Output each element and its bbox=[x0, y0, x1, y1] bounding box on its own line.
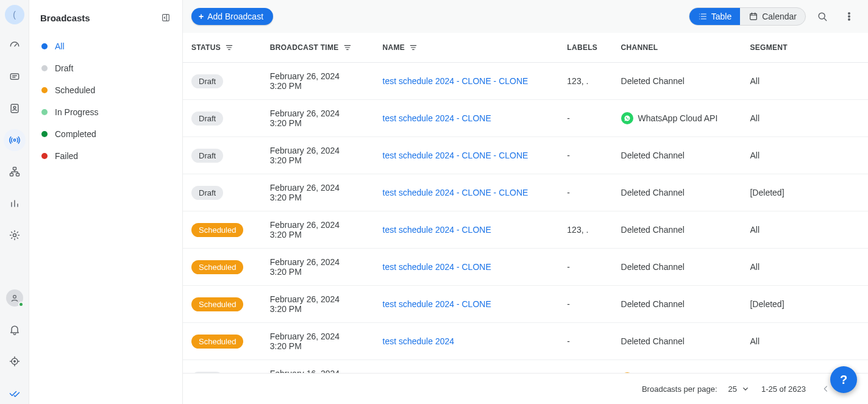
filter-label: In Progress bbox=[55, 107, 99, 117]
segment-cell: All bbox=[741, 211, 868, 249]
more-menu-button[interactable] bbox=[839, 6, 859, 27]
broadcast-hour: 3:20 PM bbox=[270, 267, 366, 277]
segment-cell: [Deleted] bbox=[741, 286, 868, 323]
sidebar-collapse-button[interactable] bbox=[158, 10, 174, 26]
labels-cell: - bbox=[558, 360, 612, 374]
broadcast-name-link[interactable]: test schedule 2024 - CLONE bbox=[383, 299, 491, 309]
broadcast-name-link[interactable]: test schedule 2024 - CLONE bbox=[383, 113, 491, 123]
status-dot bbox=[41, 43, 48, 49]
rail-contacts[interactable] bbox=[4, 97, 26, 119]
col-status-label: STATUS bbox=[191, 43, 221, 52]
rail-settings[interactable] bbox=[4, 224, 26, 246]
filter-item-scheduled[interactable]: Scheduled bbox=[29, 79, 182, 101]
labels-cell: 123, . bbox=[558, 63, 612, 100]
sort-icon bbox=[343, 43, 352, 52]
segment-cell: All bbox=[741, 249, 868, 286]
broadcast-hour: 3:20 PM bbox=[270, 230, 366, 239]
segment-cell: All bbox=[741, 137, 868, 174]
broadcast-date: February 26, 2024 bbox=[270, 294, 366, 304]
filter-item-in-progress[interactable]: In Progress bbox=[29, 101, 182, 123]
broadcast-hour: 3:20 PM bbox=[270, 193, 366, 202]
filter-item-completed[interactable]: Completed bbox=[29, 123, 182, 145]
svg-point-16 bbox=[848, 19, 850, 21]
broadcast-hour: 3:20 PM bbox=[270, 304, 366, 314]
broadcast-name-link[interactable]: test schedule 2024 bbox=[383, 336, 455, 346]
per-page-select[interactable]: 25 bbox=[728, 384, 750, 394]
main-panel: + Add Broadcast Table Calendar bbox=[183, 0, 868, 404]
table-row[interactable]: DraftFebruary 26, 20243:20 PMtest schedu… bbox=[183, 100, 868, 137]
table-row[interactable]: DraftFebruary 16, 20243:20 PMtest schedu… bbox=[183, 360, 868, 374]
col-segment-label: SEGMENT bbox=[750, 43, 787, 52]
col-name[interactable]: NAME bbox=[374, 33, 559, 63]
col-labels-label: LABELS bbox=[567, 43, 597, 52]
table-row[interactable]: DraftFebruary 26, 20243:20 PMtest schedu… bbox=[183, 137, 868, 174]
broadcast-name-link[interactable]: test schedule 2024 - CLONE bbox=[383, 225, 491, 235]
rail-messages[interactable] bbox=[4, 66, 26, 88]
table-scroll[interactable]: STATUS BROADCAST TIME NAME LABELS CHANNE… bbox=[183, 33, 868, 373]
svg-point-2 bbox=[13, 107, 16, 109]
col-channel[interactable]: CHANNEL bbox=[613, 33, 742, 63]
view-toggle: Table Calendar bbox=[689, 7, 806, 26]
table-row[interactable]: ScheduledFebruary 26, 20243:20 PMtest sc… bbox=[183, 323, 868, 360]
broadcast-date: February 26, 2024 bbox=[270, 183, 366, 193]
status-badge: Scheduled bbox=[191, 260, 243, 274]
filter-icon bbox=[408, 43, 418, 52]
table-row[interactable]: DraftFebruary 26, 20243:20 PMtest schedu… bbox=[183, 63, 868, 100]
nav-rail: ( bbox=[0, 0, 29, 404]
per-page-label: Broadcasts per page: bbox=[642, 385, 717, 394]
broadcast-date: February 16, 2024 bbox=[270, 369, 366, 373]
broadcast-name-link[interactable]: test schedule 2024 - CLONE - CLONE bbox=[383, 76, 528, 86]
filter-list: AllDraftScheduledIn ProgressCompletedFai… bbox=[29, 30, 182, 172]
rail-dashboard[interactable] bbox=[4, 34, 26, 56]
view-calendar-button[interactable]: Calendar bbox=[740, 8, 805, 25]
filter-item-failed[interactable]: Failed bbox=[29, 145, 182, 167]
filter-item-draft[interactable]: Draft bbox=[29, 57, 182, 79]
filter-label: All bbox=[55, 41, 65, 51]
plus-icon: + bbox=[199, 12, 204, 21]
col-time[interactable]: BROADCAST TIME bbox=[261, 33, 374, 63]
channel-name: Deleted Channel bbox=[621, 188, 685, 197]
svg-point-8 bbox=[13, 296, 16, 299]
broadcast-name-link[interactable]: test schedule 2024 - CLONE - CLONE bbox=[383, 151, 528, 160]
rail-reports[interactable] bbox=[4, 193, 26, 214]
rail-double-check[interactable] bbox=[4, 382, 26, 404]
col-labels[interactable]: LABELS bbox=[558, 33, 612, 63]
labels-cell: - bbox=[558, 323, 612, 360]
rail-notifications[interactable] bbox=[4, 319, 26, 341]
labels-cell: - bbox=[558, 286, 612, 323]
table-row[interactable]: ScheduledFebruary 26, 20243:20 PMtest sc… bbox=[183, 211, 868, 249]
status-badge: Draft bbox=[191, 149, 223, 163]
search-button[interactable] bbox=[812, 6, 833, 27]
avatar bbox=[6, 289, 23, 307]
message-icon bbox=[9, 71, 21, 83]
help-fab[interactable]: ? bbox=[830, 366, 857, 393]
add-broadcast-button[interactable]: + Add Broadcast bbox=[191, 8, 273, 25]
broadcast-date: February 26, 2024 bbox=[270, 220, 366, 230]
toolbar: + Add Broadcast Table Calendar bbox=[183, 0, 868, 33]
table-row[interactable]: ScheduledFebruary 26, 20243:20 PMtest sc… bbox=[183, 249, 868, 286]
rail-workflows[interactable] bbox=[4, 161, 26, 183]
broadcast-name-link[interactable]: test schedule 2024 - CLONE - CLONE bbox=[383, 188, 528, 197]
svg-point-3 bbox=[13, 139, 15, 141]
broadcasts-table: STATUS BROADCAST TIME NAME LABELS CHANNE… bbox=[183, 33, 868, 373]
table-row[interactable]: DraftFebruary 26, 20243:20 PMtest schedu… bbox=[183, 174, 868, 211]
rail-location[interactable] bbox=[4, 350, 26, 372]
app-logo[interactable]: ( bbox=[5, 5, 24, 24]
view-table-button[interactable]: Table bbox=[689, 8, 740, 25]
svg-point-15 bbox=[848, 16, 850, 18]
broadcast-name-link[interactable]: test schedule 2024 - CLONE bbox=[383, 262, 491, 272]
col-segment[interactable]: SEGMENT bbox=[741, 33, 868, 63]
segment-cell: [Deleted] bbox=[741, 174, 868, 211]
labels-cell: 123, . bbox=[558, 211, 612, 249]
search-icon bbox=[816, 10, 828, 23]
col-status[interactable]: STATUS bbox=[183, 33, 261, 63]
filter-item-all[interactable]: All bbox=[29, 35, 182, 57]
table-row[interactable]: ScheduledFebruary 26, 20243:20 PMtest sc… bbox=[183, 286, 868, 323]
rail-broadcasts[interactable] bbox=[4, 129, 26, 151]
person-icon bbox=[10, 293, 20, 303]
rail-user-avatar[interactable] bbox=[4, 287, 26, 309]
segment-cell: All bbox=[741, 323, 868, 360]
svg-rect-0 bbox=[10, 74, 18, 79]
presence-dot bbox=[18, 302, 24, 307]
channel-name: WhatsApp Cloud API bbox=[638, 113, 718, 123]
